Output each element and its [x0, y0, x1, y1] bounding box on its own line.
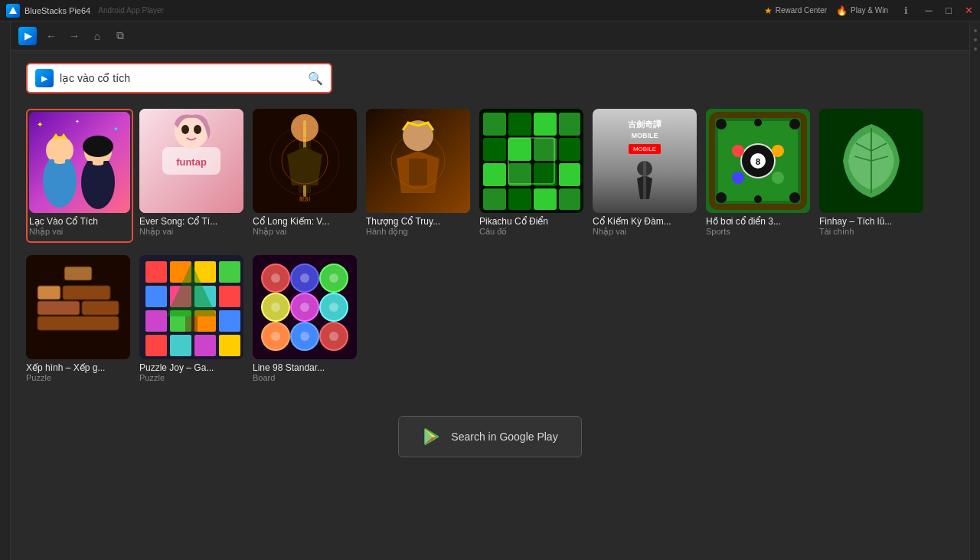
maximize-btn[interactable]: □	[943, 5, 954, 16]
app-name-thuong-co: Thượng Cổ Truy...	[366, 216, 470, 227]
svg-rect-87	[145, 286, 167, 307]
sidebar-dot	[974, 47, 977, 51]
app-thumbnail-co-long: 龍劍	[253, 109, 357, 213]
svg-rect-100	[185, 316, 198, 332]
svg-point-56	[789, 119, 800, 129]
google-play-button[interactable]: Search in Google Play	[398, 416, 582, 457]
svg-rect-83	[145, 261, 167, 283]
svg-rect-98	[219, 335, 240, 356]
app-thumbnail-ever-song: funtap	[139, 109, 243, 213]
app-item-pikachu[interactable]: Pikachu Cổ Điển Câu đố	[479, 109, 586, 243]
left-sidebar	[0, 21, 11, 560]
svg-point-67	[772, 172, 784, 184]
app-category-puzzle-joy: Puzzle	[139, 373, 247, 382]
app-name-puzzle-joy: Puzzle Joy – Ga...	[139, 362, 243, 373]
play-win-btn[interactable]: 🔥 Play & Win	[836, 5, 888, 16]
search-icon[interactable]: 🔍	[308, 71, 323, 86]
svg-text:✦: ✦	[37, 120, 43, 129]
app-title: BlueStacks Pie64	[24, 6, 90, 15]
app-item-line98[interactable]: Line 98 Standar... Board	[253, 255, 360, 385]
svg-point-65	[772, 145, 784, 157]
forward-btn[interactable]: →	[66, 28, 83, 44]
titlebar-left: BlueStacks Pie64 Android App Player	[6, 4, 164, 18]
app-thumbnail-lac-vao: ✦ ✦ ✦	[29, 112, 130, 213]
google-play-icon	[422, 426, 443, 447]
svg-point-119	[329, 332, 338, 341]
app-info-xep-hinh: Xếp hình – Xếp g... Puzzle	[26, 359, 133, 385]
apps-grid: ✦ ✦ ✦ Lạc Vào Cổ Tích Nhập vai	[11, 101, 969, 393]
app-thumbnail-xep-hinh	[26, 255, 130, 359]
svg-text:✦: ✦	[113, 126, 119, 133]
app-thumbnail-thuong-co	[366, 109, 470, 213]
svg-point-66	[732, 172, 744, 184]
google-play-section: Search in Google Play	[11, 401, 969, 473]
app-item-co-kiem[interactable]: 古劍奇譚MOBILE MOBILE Cổ Kiếm Kỳ Đàm... Nhập…	[593, 109, 700, 243]
svg-rect-41	[483, 163, 506, 186]
app-subtitle: Android App Player	[98, 6, 164, 15]
app-name-xep-hinh: Xếp hình – Xếp g...	[26, 362, 130, 373]
svg-point-113	[329, 303, 338, 312]
svg-rect-37	[483, 138, 506, 161]
app-category-thuong-co: Hành động	[366, 227, 473, 237]
svg-point-107	[329, 273, 338, 283]
minimize-btn[interactable]: ─	[923, 5, 934, 16]
sidebar-dot	[974, 38, 977, 41]
svg-rect-4	[48, 159, 54, 182]
app-info-lac-vao: Lạc Vào Cổ Tích Nhập vai	[29, 213, 130, 240]
svg-point-55	[716, 119, 727, 129]
app-category-line98: Board	[253, 373, 360, 382]
app-category-pikachu: Câu đố	[479, 227, 586, 237]
svg-rect-35	[534, 113, 557, 136]
app-info-co-kiem: Cổ Kiếm Kỳ Đàm... Nhập vai	[593, 213, 700, 240]
main-content: ▶ ← → ⌂ ⧉ ▶ 🔍	[11, 21, 969, 560]
svg-rect-75	[38, 316, 119, 330]
titlebar-controls: ★ Reward Center 🔥 Play & Win ℹ ─ □ ✕	[764, 2, 974, 19]
apps-row-1: ✦ ✦ ✦ Lạc Vào Cổ Tích Nhập vai	[26, 109, 954, 243]
app-item-puzzle-joy[interactable]: Puzzle Joy – Ga... Puzzle	[139, 255, 247, 385]
app-category-co-long: Nhập vai	[253, 227, 360, 237]
reward-center-btn[interactable]: ★ Reward Center	[764, 5, 827, 16]
app-item-finhay[interactable]: Finhay – Tích lũ... Tài chính	[819, 109, 926, 243]
back-btn[interactable]: ←	[43, 28, 60, 44]
svg-rect-45	[483, 188, 506, 210]
svg-point-19	[181, 125, 189, 134]
search-input[interactable]	[60, 72, 303, 84]
multi-btn[interactable]: ⧉	[112, 28, 129, 44]
svg-point-60	[754, 195, 762, 203]
svg-rect-81	[64, 280, 92, 283]
app-item-co-long[interactable]: 龍劍 Cổ Long Kiếm: V... Nhập vai	[253, 109, 360, 243]
svg-rect-38	[508, 138, 531, 161]
svg-rect-76	[38, 301, 80, 315]
sidebar-dot	[974, 29, 977, 32]
search-area: ▶ 🔍	[11, 51, 969, 101]
search-logo: ▶	[35, 69, 54, 87]
svg-rect-91	[145, 310, 167, 332]
app-name-lac-vao: Lạc Vào Cổ Tích	[29, 216, 130, 227]
svg-rect-42	[508, 163, 531, 186]
svg-rect-30	[409, 159, 427, 185]
home-btn[interactable]: ⌂	[89, 28, 106, 44]
svg-rect-97	[194, 335, 216, 356]
app-info-pikachu: Pikachu Cổ Điển Câu đố	[479, 213, 586, 240]
svg-point-20	[194, 125, 201, 134]
google-play-label: Search in Google Play	[451, 431, 557, 443]
app-item-xep-hinh[interactable]: Xếp hình – Xếp g... Puzzle	[26, 255, 133, 385]
navbar: ▶ ← → ⌂ ⧉	[11, 21, 969, 51]
app-category-xep-hinh: Puzzle	[26, 373, 133, 382]
app-item-lac-vao[interactable]: ✦ ✦ ✦ Lạc Vào Cổ Tích Nhập vai	[26, 109, 133, 243]
app-item-ho-boi[interactable]: 8 Hồ bơi cổ điển 3... Sports	[706, 109, 813, 243]
close-btn[interactable]: ✕	[963, 5, 974, 16]
svg-point-109	[271, 303, 280, 312]
app-info-puzzle-joy: Puzzle Joy – Ga... Puzzle	[139, 359, 247, 385]
app-name-ever-song: Ever Song: Cổ Tí...	[139, 216, 243, 227]
svg-point-103	[271, 273, 280, 283]
svg-rect-90	[219, 286, 240, 307]
app-item-thuong-co[interactable]: Thượng Cổ Truy... Hành động	[366, 109, 473, 243]
navbar-logo: ▶	[18, 27, 37, 45]
apps-row-2: Xếp hình – Xếp g... Puzzle	[26, 255, 954, 385]
search-container[interactable]: ▶ 🔍	[26, 63, 332, 93]
app-item-ever-song[interactable]: funtap Ever Song: Cổ Tí... Nhập vai	[139, 109, 247, 243]
app-category-lac-vao: Nhập vai	[29, 227, 130, 237]
co-kiem-badge: MOBILE	[629, 144, 661, 154]
info-btn[interactable]: ℹ	[897, 2, 914, 19]
